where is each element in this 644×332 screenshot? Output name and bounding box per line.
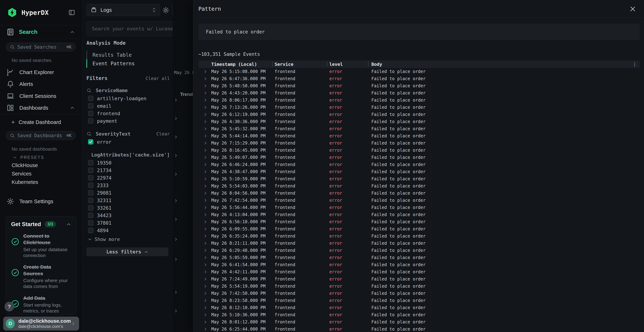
column-header-level[interactable]: level	[329, 62, 365, 67]
filter-option-4894[interactable]: 4894	[88, 227, 173, 234]
checkbox[interactable]	[88, 168, 94, 173]
column-resize-handle[interactable]	[327, 62, 327, 66]
get-started-item[interactable]: Create Data Sources Configure where your…	[11, 264, 72, 290]
expand-chevron-icon[interactable]	[198, 76, 211, 81]
filter-option-19350[interactable]: 19350	[88, 159, 173, 166]
expand-chevron-icon[interactable]	[198, 320, 211, 324]
table-row[interactable]: May 26 8:06:17.000 PM frontend error Fai…	[198, 96, 640, 104]
expand-chevron-icon[interactable]	[198, 327, 211, 331]
expand-chevron-icon[interactable]	[198, 313, 211, 317]
table-row[interactable]: May 26 4:13:04.000 PM frontend error Fai…	[198, 211, 640, 218]
get-started-item[interactable]: Connect to ClickHouse Set up your databa…	[11, 233, 72, 258]
get-started-item[interactable]: Add Data Start sending logs, metrics, or…	[11, 295, 72, 314]
table-row[interactable]: May 26 7:24:49.000 PM frontend error Fai…	[198, 276, 640, 283]
expand-chevron-icon[interactable]	[198, 70, 211, 74]
table-row[interactable]: May 26 6:35:24.000 PM frontend error Fai…	[198, 232, 640, 240]
filter-option-payment[interactable]: payment	[88, 117, 173, 125]
source-settings-button[interactable]	[162, 6, 170, 14]
expand-chevron-icon[interactable]	[174, 237, 178, 242]
expand-chevron-icon[interactable]	[198, 84, 211, 88]
expand-chevron-icon[interactable]	[174, 257, 178, 262]
table-row[interactable]: May 26 6:47:36.000 PM frontend error Fai…	[198, 75, 640, 82]
table-row[interactable]: May 26 8:04:56.000 PM frontend error Fai…	[198, 190, 640, 197]
table-row[interactable]: May 26 5:15:08.000 PM frontend error Fai…	[198, 68, 640, 75]
source-select[interactable]: Logs	[86, 4, 160, 16]
less-filters-button[interactable]: Less filters	[86, 248, 168, 256]
expand-chevron-icon[interactable]	[174, 98, 178, 102]
checkbox[interactable]	[88, 111, 94, 116]
saved-searches-field[interactable]	[17, 44, 66, 50]
table-row[interactable]: May 26 6:56:10.000 PM frontend error Fai…	[198, 218, 640, 226]
filter-option-error[interactable]: error	[88, 138, 173, 146]
expand-chevron-icon[interactable]	[174, 309, 178, 313]
expand-chevron-icon[interactable]	[198, 205, 211, 210]
preset-item-services[interactable]: Services	[12, 171, 32, 177]
expand-chevron-icon[interactable]	[198, 220, 211, 224]
filter-option-32311[interactable]: 32311	[88, 196, 173, 204]
chevron-up-icon[interactable]	[66, 222, 72, 227]
expand-chevron-icon[interactable]	[198, 155, 211, 160]
table-row[interactable]: May 26 5:10:36.000 PM frontend error Fai…	[198, 311, 640, 318]
checkbox[interactable]	[88, 228, 94, 233]
checkbox[interactable]	[88, 198, 94, 203]
expand-chevron-icon[interactable]	[198, 170, 211, 174]
filter-option-artillery-loadgen[interactable]: artillery-loadgen	[88, 95, 173, 102]
expand-chevron-icon[interactable]	[174, 116, 178, 120]
preset-item-clickhouse[interactable]: ClickHouse	[12, 162, 38, 168]
expand-chevron-icon[interactable]	[198, 112, 211, 117]
help-button[interactable]: ?	[5, 302, 14, 311]
expand-chevron-icon[interactable]	[174, 290, 178, 294]
table-row[interactable]: May 26 8:12:10.000 PM frontend error Fai…	[198, 304, 640, 311]
table-row[interactable]: May 26 5:45:32.000 PM frontend error Fai…	[198, 125, 640, 132]
checkbox[interactable]	[88, 96, 94, 101]
clear-all-filters-link[interactable]: Clear all	[146, 76, 170, 81]
filter-option-33261[interactable]: 33261	[88, 204, 173, 212]
table-row[interactable]: May 26 5:54:19.000 PM frontend error Fai…	[198, 283, 640, 290]
column-header-service[interactable]: Service	[274, 62, 325, 67]
table-row[interactable]: May 26 8:16:45.000 PM frontend error Fai…	[198, 147, 640, 154]
expand-chevron-icon[interactable]	[198, 134, 211, 138]
checkbox[interactable]	[88, 139, 94, 144]
expand-chevron-icon[interactable]	[198, 198, 211, 202]
preset-item-kubernetes[interactable]: Kubernetes	[12, 179, 38, 185]
column-resize-handle[interactable]	[368, 62, 368, 66]
column-resize-handle[interactable]	[272, 62, 273, 66]
show-more-link[interactable]: Show more	[88, 237, 173, 242]
expand-chevron-icon[interactable]	[198, 120, 211, 124]
table-row[interactable]: May 26 4:38:47.000 PM frontend error Fai…	[198, 168, 640, 175]
expand-chevron-icon[interactable]	[174, 217, 178, 222]
table-row[interactable]: May 26 6:25:44.000 PM frontend error Fai…	[198, 326, 640, 332]
expand-chevron-icon[interactable]	[174, 172, 178, 176]
table-row[interactable]: May 26 7:42:54.000 PM frontend error Fai…	[198, 197, 640, 204]
table-row[interactable]: May 26 6:12:19.000 PM frontend error Fai…	[198, 111, 640, 118]
sidebar-item-team-settings[interactable]: Team Settings	[0, 196, 82, 207]
expand-chevron-icon[interactable]	[198, 284, 211, 288]
expand-chevron-icon[interactable]	[198, 227, 211, 231]
expand-chevron-icon[interactable]	[198, 270, 211, 274]
checkbox[interactable]	[88, 118, 94, 124]
checkbox[interactable]	[88, 175, 94, 180]
analysis-mode-results-table[interactable]: Results Table	[86, 50, 173, 59]
expand-chevron-icon[interactable]	[198, 256, 211, 260]
table-row[interactable]: May 26 4:42:11.000 PM frontend error Fai…	[198, 268, 640, 276]
column-header-body[interactable]: Body	[371, 62, 630, 67]
close-button[interactable]	[629, 6, 636, 12]
sidebar-item-alerts[interactable]: Alerts	[0, 78, 82, 90]
sidebar-item-client-sessions[interactable]: Client Sessions	[0, 90, 82, 102]
table-row[interactable]: May 26 5:56:44.000 PM frontend error Fai…	[198, 204, 640, 211]
table-row[interactable]: May 26 8:21:11.000 PM frontend error Fai…	[198, 240, 640, 247]
table-row[interactable]: May 26 5:48:50.000 PM frontend error Fai…	[198, 82, 640, 90]
expand-chevron-icon[interactable]	[198, 241, 211, 246]
create-dashboard-button[interactable]: Create Dashboard	[0, 117, 82, 128]
clear-severity-link[interactable]: Clear	[156, 131, 170, 136]
table-row[interactable]: May 26 8:01:12.000 PM frontend error Fai…	[198, 318, 640, 326]
expand-chevron-icon[interactable]	[198, 177, 211, 181]
saved-dashboards-input[interactable]: ⌘K	[6, 131, 76, 140]
expand-chevron-icon[interactable]	[174, 135, 178, 139]
checkbox[interactable]	[88, 160, 94, 166]
presets-toggle[interactable]: PRESETS	[12, 155, 44, 160]
user-menu[interactable]: D dale@clickhouse.com dale@clickhouse.co…	[3, 316, 79, 330]
table-row[interactable]: May 26 4:43:20.000 PM frontend error Fai…	[198, 90, 640, 96]
expand-chevron-icon[interactable]	[198, 141, 211, 145]
analysis-mode-event-patterns[interactable]: Event Patterns	[86, 59, 173, 68]
